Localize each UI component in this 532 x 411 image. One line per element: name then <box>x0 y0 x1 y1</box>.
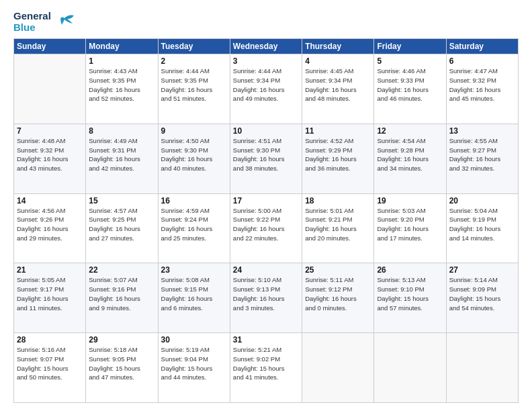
day-number: 6 <box>449 56 515 66</box>
day-info: Sunrise: 5:07 AM Sunset: 9:16 PM Dayligh… <box>89 275 154 312</box>
calendar-cell: 12Sunrise: 4:54 AM Sunset: 9:28 PM Dayli… <box>374 124 446 193</box>
calendar-cell <box>302 333 374 403</box>
day-info: Sunrise: 5:11 AM Sunset: 9:12 PM Dayligh… <box>305 275 371 312</box>
calendar-cell: 25Sunrise: 5:11 AM Sunset: 9:12 PM Dayli… <box>302 263 374 333</box>
day-info: Sunrise: 4:52 AM Sunset: 9:29 PM Dayligh… <box>305 136 371 173</box>
day-number: 8 <box>89 126 154 136</box>
calendar-cell: 9Sunrise: 4:50 AM Sunset: 9:30 PM Daylig… <box>158 124 230 193</box>
day-number: 18 <box>305 196 371 205</box>
day-info: Sunrise: 4:56 AM Sunset: 9:26 PM Dayligh… <box>17 206 83 243</box>
day-info: Sunrise: 5:03 AM Sunset: 9:20 PM Dayligh… <box>377 206 443 243</box>
day-number: 23 <box>161 265 227 275</box>
day-number: 9 <box>161 126 227 136</box>
day-info: Sunrise: 5:04 AM Sunset: 9:19 PM Dayligh… <box>449 206 515 243</box>
calendar-week-3: 14Sunrise: 4:56 AM Sunset: 9:26 PM Dayli… <box>14 193 519 263</box>
calendar-week-5: 28Sunrise: 5:16 AM Sunset: 9:07 PM Dayli… <box>14 333 519 403</box>
weekday-monday: Monday <box>86 39 158 54</box>
weekday-saturday: Saturday <box>446 39 518 54</box>
day-number: 19 <box>377 196 443 205</box>
weekday-tuesday: Tuesday <box>158 39 230 54</box>
calendar-cell: 30Sunrise: 5:19 AM Sunset: 9:04 PM Dayli… <box>158 333 230 403</box>
day-info: Sunrise: 4:51 AM Sunset: 9:30 PM Dayligh… <box>233 136 299 173</box>
calendar-cell: 23Sunrise: 5:08 AM Sunset: 9:15 PM Dayli… <box>158 263 230 333</box>
calendar-cell: 29Sunrise: 5:18 AM Sunset: 9:05 PM Dayli… <box>86 333 158 403</box>
calendar-cell <box>446 333 518 403</box>
logo-general: General <box>13 11 51 22</box>
weekday-friday: Friday <box>374 39 446 54</box>
day-info: Sunrise: 4:59 AM Sunset: 9:24 PM Dayligh… <box>161 206 227 243</box>
calendar-cell: 1Sunrise: 4:43 AM Sunset: 9:35 PM Daylig… <box>86 54 158 124</box>
day-number: 22 <box>89 265 154 275</box>
calendar-cell: 15Sunrise: 4:57 AM Sunset: 9:25 PM Dayli… <box>86 193 158 263</box>
day-number: 4 <box>305 56 371 66</box>
day-number: 7 <box>17 126 83 136</box>
day-info: Sunrise: 4:43 AM Sunset: 9:35 PM Dayligh… <box>89 66 154 103</box>
day-number: 14 <box>17 196 83 205</box>
header: General Blue <box>13 11 519 33</box>
day-info: Sunrise: 5:05 AM Sunset: 9:17 PM Dayligh… <box>17 275 83 312</box>
calendar-cell: 6Sunrise: 4:47 AM Sunset: 9:32 PM Daylig… <box>446 54 518 124</box>
calendar-cell: 2Sunrise: 4:44 AM Sunset: 9:35 PM Daylig… <box>158 54 230 124</box>
day-info: Sunrise: 4:44 AM Sunset: 9:34 PM Dayligh… <box>233 66 299 103</box>
calendar-cell: 3Sunrise: 4:44 AM Sunset: 9:34 PM Daylig… <box>230 54 302 124</box>
day-info: Sunrise: 4:57 AM Sunset: 9:25 PM Dayligh… <box>89 206 154 243</box>
calendar-cell: 8Sunrise: 4:49 AM Sunset: 9:31 PM Daylig… <box>86 124 158 193</box>
page: General Blue SundayMondayTuesdayWednesda… <box>0 0 532 411</box>
logo-blue: Blue <box>13 22 51 34</box>
day-number: 10 <box>233 126 299 136</box>
calendar-cell: 17Sunrise: 5:00 AM Sunset: 9:22 PM Dayli… <box>230 193 302 263</box>
calendar-cell: 28Sunrise: 5:16 AM Sunset: 9:07 PM Dayli… <box>14 333 86 403</box>
calendar-cell: 21Sunrise: 5:05 AM Sunset: 9:17 PM Dayli… <box>14 263 86 333</box>
day-info: Sunrise: 5:10 AM Sunset: 9:13 PM Dayligh… <box>233 275 299 312</box>
day-info: Sunrise: 5:08 AM Sunset: 9:15 PM Dayligh… <box>161 275 227 312</box>
calendar-cell <box>374 333 446 403</box>
calendar-cell: 19Sunrise: 5:03 AM Sunset: 9:20 PM Dayli… <box>374 193 446 263</box>
day-number: 2 <box>161 56 227 66</box>
day-number: 5 <box>377 56 443 66</box>
calendar-cell: 20Sunrise: 5:04 AM Sunset: 9:19 PM Dayli… <box>446 193 518 263</box>
calendar-cell: 24Sunrise: 5:10 AM Sunset: 9:13 PM Dayli… <box>230 263 302 333</box>
day-number: 26 <box>377 265 443 275</box>
day-number: 25 <box>305 265 371 275</box>
day-info: Sunrise: 4:50 AM Sunset: 9:30 PM Dayligh… <box>161 136 227 173</box>
day-number: 1 <box>89 56 154 66</box>
day-number: 27 <box>449 265 515 275</box>
day-info: Sunrise: 4:47 AM Sunset: 9:32 PM Dayligh… <box>449 66 515 103</box>
day-number: 11 <box>305 126 371 136</box>
weekday-thursday: Thursday <box>302 39 374 54</box>
day-number: 24 <box>233 265 299 275</box>
day-number: 13 <box>449 126 515 136</box>
day-info: Sunrise: 4:55 AM Sunset: 9:27 PM Dayligh… <box>449 136 515 173</box>
day-info: Sunrise: 4:45 AM Sunset: 9:34 PM Dayligh… <box>305 66 371 103</box>
day-number: 29 <box>89 335 154 345</box>
day-info: Sunrise: 5:14 AM Sunset: 9:09 PM Dayligh… <box>449 275 515 312</box>
logo-bird-icon <box>54 13 75 32</box>
calendar-cell: 5Sunrise: 4:46 AM Sunset: 9:33 PM Daylig… <box>374 54 446 124</box>
day-number: 12 <box>377 126 443 136</box>
day-info: Sunrise: 5:13 AM Sunset: 9:10 PM Dayligh… <box>377 275 443 312</box>
day-info: Sunrise: 5:01 AM Sunset: 9:21 PM Dayligh… <box>305 206 371 243</box>
day-number: 16 <box>161 196 227 205</box>
calendar-week-1: 1Sunrise: 4:43 AM Sunset: 9:35 PM Daylig… <box>14 54 519 124</box>
day-info: Sunrise: 4:46 AM Sunset: 9:33 PM Dayligh… <box>377 66 443 103</box>
day-number: 20 <box>449 196 515 205</box>
day-info: Sunrise: 5:18 AM Sunset: 9:05 PM Dayligh… <box>89 345 154 382</box>
day-info: Sunrise: 4:44 AM Sunset: 9:35 PM Dayligh… <box>161 66 227 103</box>
day-info: Sunrise: 5:00 AM Sunset: 9:22 PM Dayligh… <box>233 206 299 243</box>
day-number: 21 <box>17 265 83 275</box>
calendar-cell: 13Sunrise: 4:55 AM Sunset: 9:27 PM Dayli… <box>446 124 518 193</box>
calendar-cell: 27Sunrise: 5:14 AM Sunset: 9:09 PM Dayli… <box>446 263 518 333</box>
day-info: Sunrise: 5:16 AM Sunset: 9:07 PM Dayligh… <box>17 345 83 382</box>
weekday-wednesday: Wednesday <box>230 39 302 54</box>
day-number: 17 <box>233 196 299 205</box>
calendar-cell: 14Sunrise: 4:56 AM Sunset: 9:26 PM Dayli… <box>14 193 86 263</box>
day-info: Sunrise: 4:54 AM Sunset: 9:28 PM Dayligh… <box>377 136 443 173</box>
calendar-table: SundayMondayTuesdayWednesdayThursdayFrid… <box>13 38 519 403</box>
calendar-cell: 4Sunrise: 4:45 AM Sunset: 9:34 PM Daylig… <box>302 54 374 124</box>
day-info: Sunrise: 4:48 AM Sunset: 9:32 PM Dayligh… <box>17 136 83 173</box>
day-info: Sunrise: 4:49 AM Sunset: 9:31 PM Dayligh… <box>89 136 154 173</box>
day-number: 15 <box>89 196 154 205</box>
weekday-sunday: Sunday <box>14 39 86 54</box>
calendar-cell: 18Sunrise: 5:01 AM Sunset: 9:21 PM Dayli… <box>302 193 374 263</box>
calendar-cell: 26Sunrise: 5:13 AM Sunset: 9:10 PM Dayli… <box>374 263 446 333</box>
